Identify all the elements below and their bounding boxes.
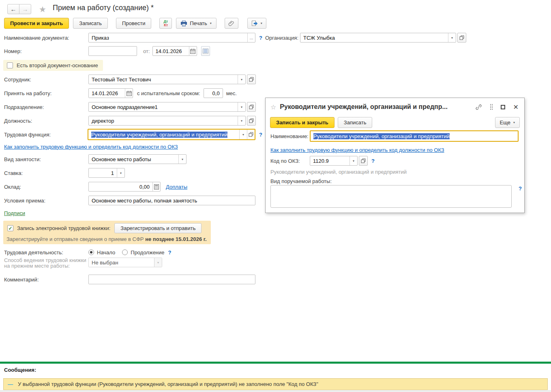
employee-open-button[interactable] <box>247 75 256 84</box>
hire-date-field[interactable]: 14.01.2026 <box>88 88 133 98</box>
terms-field[interactable]: Основное место работы, полная занятость <box>88 196 255 205</box>
position-dropdown-icon[interactable]: ▾ <box>238 116 245 125</box>
etk-note-deadline: не позднее 15.01.2026 г. <box>145 236 206 242</box>
dialog-more-commands-icon[interactable] <box>490 104 493 110</box>
doc-date-value[interactable]: 14.01.2026 <box>153 48 189 54</box>
position-label: Должность: <box>4 118 88 124</box>
book-method-value: Не выбран <box>89 260 154 266</box>
book-method-dropdown-icon: ▾ <box>154 258 162 267</box>
org-field[interactable]: ТСЖ Улыбка ▾ <box>300 33 456 43</box>
labor-function-value[interactable]: Руководители учреждений, организаций и п… <box>91 132 227 138</box>
terms-value[interactable]: Основное место работы, полная занятость <box>89 198 255 204</box>
second-doc-checkbox[interactable] <box>7 62 13 68</box>
department-value[interactable]: Основное подразделение1 <box>89 104 238 110</box>
dialog-favorite-star-icon[interactable]: ☆ <box>270 103 276 111</box>
doc-name-choose-button[interactable]: ... <box>247 33 255 42</box>
number-label: Номер: <box>4 48 88 54</box>
number-field[interactable] <box>88 46 137 56</box>
employee-label: Сотрудник: <box>4 77 88 83</box>
salary-field[interactable]: 0,00 <box>88 182 161 192</box>
comment-field[interactable] <box>88 275 255 284</box>
dialog-more-button[interactable]: Еще ▾ <box>495 117 520 128</box>
dialog-okz-dropdown-icon[interactable]: ▾ <box>349 156 357 165</box>
department-open-button[interactable] <box>247 102 256 112</box>
dialog-name-field[interactable]: Руководители учреждений, организаций и п… <box>310 130 519 142</box>
probation-value[interactable]: 0,0 <box>204 90 223 96</box>
forward-arrow-icon: → <box>22 6 28 13</box>
salary-value[interactable]: 0,00 <box>89 184 152 190</box>
dialog-okz-value[interactable]: 1120.9 <box>310 158 349 164</box>
position-value[interactable]: директор <box>89 118 238 124</box>
rate-dropdown-icon[interactable]: ▾ <box>117 168 124 177</box>
doc-name-field[interactable]: Приказ ... <box>88 33 255 43</box>
post-button[interactable]: Провести <box>116 18 152 29</box>
open-icon <box>249 104 254 109</box>
labor-function-field[interactable]: Руководители учреждений, организаций и п… <box>88 129 255 140</box>
calendar-icon[interactable] <box>125 89 133 98</box>
save-button[interactable]: Записать <box>73 18 108 29</box>
labor-function-dropdown-icon[interactable]: ▾ <box>239 130 247 139</box>
rate-value[interactable]: 1 <box>89 170 117 176</box>
message-row[interactable]: — У выбранной трудовой функции (Руководи… <box>3 378 548 390</box>
attachments-button[interactable] <box>225 18 238 29</box>
supplements-link[interactable]: Доплаты <box>166 184 187 190</box>
favorite-star-icon[interactable]: ★ <box>39 4 46 14</box>
activity-start-radio[interactable] <box>88 249 94 255</box>
etk-checkbox[interactable]: ✓ <box>7 225 13 231</box>
probation-field[interactable]: 0,0 <box>204 88 223 98</box>
employee-field[interactable]: Тестовый Тест Тестович ▾ <box>88 75 246 84</box>
position-open-button[interactable] <box>247 116 256 126</box>
dialog-header: ☆ Руководители учреждений, организаций и… <box>266 98 524 116</box>
labor-function-help-icon[interactable]: ? <box>259 132 262 138</box>
page-title: Прием на работу (создание) * <box>53 4 154 12</box>
dialog-maximize-icon[interactable] <box>501 105 505 109</box>
forward-button[interactable]: → <box>19 4 31 14</box>
dialog-close-icon[interactable]: ✕ <box>513 103 519 111</box>
doc-name-help-icon[interactable]: ? <box>259 35 262 41</box>
dialog-okz-open-button[interactable] <box>359 156 368 166</box>
org-value[interactable]: ТСЖ Улыбка <box>300 35 448 41</box>
department-label: Подразделение: <box>4 104 88 110</box>
dialog-work-type-textarea[interactable] <box>270 185 512 208</box>
employee-value[interactable]: Тестовый Тест Тестович <box>89 77 238 83</box>
dialog-save-and-close-button[interactable]: Записать и закрыть <box>270 117 334 128</box>
department-dropdown-icon[interactable]: ▾ <box>238 102 245 111</box>
export-button[interactable]: ▾ <box>247 18 266 29</box>
doc-date-field[interactable]: 14.01.2026 <box>152 46 197 56</box>
employment-type-value[interactable]: Основное место работы <box>89 156 178 162</box>
etk-label: Запись электронной трудовой книжки: <box>17 225 110 231</box>
position-field[interactable]: директор ▾ <box>88 116 246 126</box>
dialog-okz-help-icon[interactable]: ? <box>371 158 375 164</box>
dialog-name-value[interactable]: Руководители учреждений, организаций и п… <box>313 133 450 139</box>
labor-function-open-button[interactable] <box>247 130 255 139</box>
dtkt-button[interactable]: ДтКт <box>159 18 172 29</box>
dialog-work-type-help-icon[interactable]: ? <box>519 185 522 192</box>
calculator-icon[interactable] <box>152 182 160 191</box>
activity-help-icon[interactable]: ? <box>168 249 172 256</box>
dialog-okz-help-link[interactable]: Как заполнить трудовую функцию и определ… <box>270 147 444 153</box>
back-button[interactable]: ← <box>7 4 19 14</box>
calendar-icon[interactable] <box>189 47 197 55</box>
etk-highlight-block: ✓ Запись электронной трудовой книжки: За… <box>3 221 211 244</box>
open-icon <box>361 158 366 163</box>
employment-type-field[interactable]: Основное место работы ▾ <box>88 154 187 164</box>
department-field[interactable]: Основное подразделение1 ▾ <box>88 102 246 112</box>
doc-name-value[interactable]: Приказ <box>89 35 247 41</box>
employment-type-dropdown-icon[interactable]: ▾ <box>178 155 186 164</box>
printer-icon <box>181 21 187 26</box>
dialog-save-button[interactable]: Записать <box>338 117 373 128</box>
okz-help-link[interactable]: Как заполнить трудовую функцию и определ… <box>4 144 178 150</box>
employee-dropdown-icon[interactable]: ▾ <box>238 75 245 84</box>
dialog-okz-field[interactable]: 1120.9 ▾ <box>310 156 358 166</box>
print-button[interactable]: Печать ▾ <box>176 18 217 29</box>
rate-field[interactable]: 1 ▾ <box>88 168 125 178</box>
signatures-link[interactable]: Подписи <box>4 210 25 216</box>
post-and-close-button[interactable]: Провести и закрыть <box>4 18 69 29</box>
org-open-button[interactable] <box>457 33 466 43</box>
etk-register-button[interactable]: Зарегистрировать и отправить <box>114 223 202 233</box>
dialog-link-icon[interactable] <box>475 104 482 111</box>
org-dropdown-icon[interactable]: ▾ <box>448 33 456 42</box>
hire-date-value[interactable]: 14.01.2026 <box>89 90 125 96</box>
number-history-button[interactable] <box>201 46 210 56</box>
activity-continue-radio[interactable] <box>122 249 128 255</box>
